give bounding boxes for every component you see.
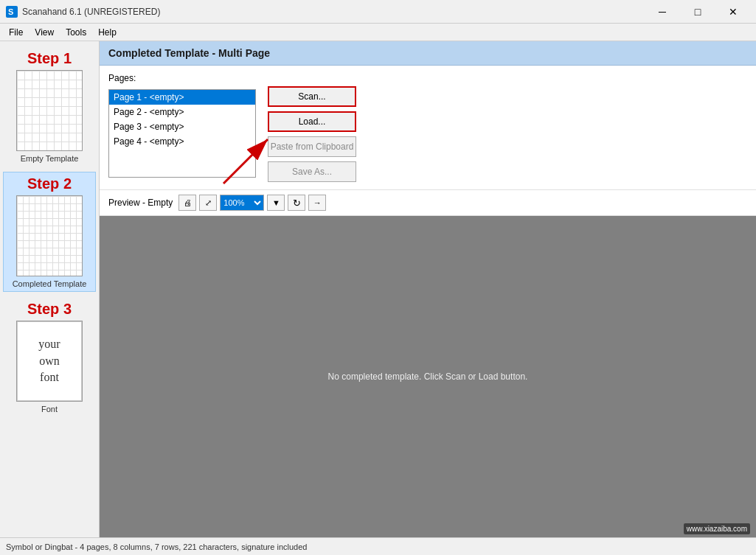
content-area: Completed Template - Multi Page Pages: P… <box>100 41 756 537</box>
step2-grid <box>17 196 82 276</box>
menu-help[interactable]: Help <box>92 26 122 39</box>
preview-canvas: No completed template. Click Scan or Loa… <box>100 216 756 537</box>
preview-label: Preview - Empty <box>108 198 173 208</box>
app-title: Scanahand 6.1 (UNREGISTERED) <box>22 7 645 17</box>
statusbar: Symbol or Dingbat - 4 pages, 8 columns, … <box>0 537 756 555</box>
preview-print-button[interactable]: 🖨 <box>178 195 196 211</box>
step3-thumbnail: your own font <box>16 321 83 402</box>
maximize-button[interactable]: □ <box>681 1 715 22</box>
menu-tools[interactable]: Tools <box>60 26 92 39</box>
preview-fit-button[interactable]: ⤢ <box>199 195 217 211</box>
main-layout: Step 1 Empty Template Step 2 Completed T… <box>0 41 756 537</box>
step3-name: Font <box>41 405 58 413</box>
page-item-2[interactable]: Page 2 - <empty> <box>109 105 255 119</box>
preview-refresh-button[interactable]: ↻ <box>288 195 305 211</box>
buttons-area: Scan... Load... Paste from Clipboard Sav… <box>268 73 356 182</box>
preview-toolbar: 🖨 ⤢ 100% 50% 75% 150% 200% ▼ ↻ → <box>178 195 326 211</box>
app-icon: S <box>6 6 18 18</box>
step2-name: Completed Template <box>13 279 87 288</box>
step1-thumbnail <box>16 70 83 151</box>
content-header: Completed Template - Multi Page <box>100 41 756 66</box>
menu-file[interactable]: File <box>3 26 29 39</box>
step2-label: Step 2 <box>27 175 72 192</box>
menu-view[interactable]: View <box>29 26 60 39</box>
preview-message: No completed template. Click Scan or Loa… <box>328 371 528 382</box>
step2-thumbnail <box>16 195 83 276</box>
pages-label: Pages: <box>108 73 256 83</box>
svg-text:S: S <box>8 7 13 16</box>
step1-label: Step 1 <box>27 50 72 67</box>
preview-header: Preview - Empty 🖨 ⤢ 100% 50% 75% 150% 20… <box>100 190 756 216</box>
step1-grid <box>17 71 82 150</box>
menubar: File View Tools Help <box>0 24 756 41</box>
preview-arrow-button[interactable]: → <box>308 195 326 211</box>
preview-zoom-select[interactable]: 100% 50% 75% 150% 200% <box>220 195 264 211</box>
minimize-button[interactable]: ─ <box>645 1 679 22</box>
load-button[interactable]: Load... <box>268 111 356 132</box>
step1-name: Empty Template <box>21 154 79 163</box>
svg-line-3 <box>223 139 268 184</box>
step3-section[interactable]: Step 3 your own font Font <box>3 298 96 416</box>
step3-label: Step 3 <box>27 301 72 318</box>
watermark: www.xiazaiba.com <box>684 523 750 534</box>
status-text: Symbol or Dingbat - 4 pages, 8 columns, … <box>6 542 307 551</box>
font-line3: font <box>40 369 59 385</box>
sidebar: Step 1 Empty Template Step 2 Completed T… <box>0 41 100 537</box>
step1-section[interactable]: Step 1 Empty Template <box>3 47 96 166</box>
preview-chevron-button[interactable]: ▼ <box>267 195 285 211</box>
close-button[interactable]: ✕ <box>716 1 750 22</box>
arrow-indicator <box>209 132 282 191</box>
font-line1: your <box>38 336 60 352</box>
window-controls: ─ □ ✕ <box>645 1 750 22</box>
pages-section: Pages: Page 1 - <empty> Page 2 - <empty>… <box>100 66 756 190</box>
step2-section[interactable]: Step 2 Completed Template <box>3 172 96 292</box>
watermark-text: www.xiazaiba.com <box>687 525 747 533</box>
step3-font-preview: your own font <box>17 321 82 401</box>
scan-button[interactable]: Scan... <box>268 86 356 107</box>
page-item-1[interactable]: Page 1 - <empty> <box>109 90 255 105</box>
titlebar: S Scanahand 6.1 (UNREGISTERED) ─ □ ✕ <box>0 0 756 24</box>
font-line2: own <box>39 353 60 369</box>
